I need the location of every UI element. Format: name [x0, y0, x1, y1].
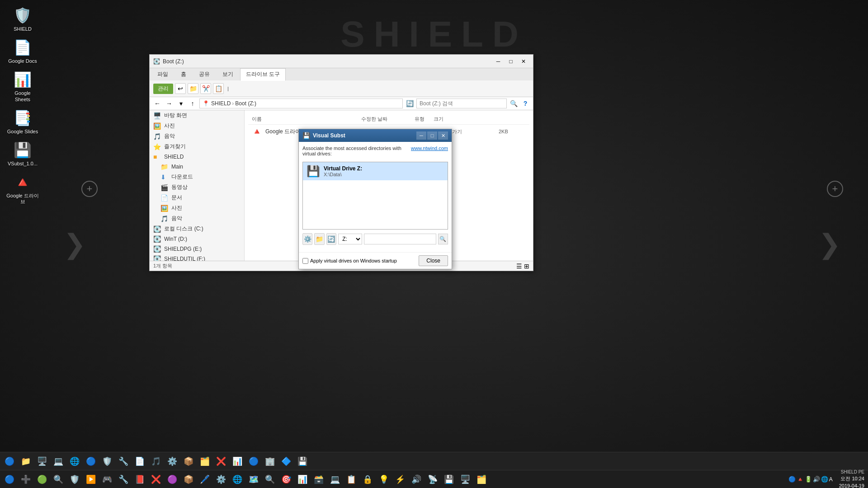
dialog-refresh-btn[interactable]: 🔄	[326, 233, 336, 245]
col-size[interactable]: 크기	[434, 116, 443, 122]
tb2-icon-13[interactable]: 🗂️	[197, 454, 212, 469]
tb2-icon-2[interactable]: 📁	[18, 454, 33, 469]
google-docs-icon: 📄	[14, 38, 32, 56]
tb2-icon-16[interactable]: 🔵	[246, 454, 261, 469]
tab-share[interactable]: 공유	[193, 68, 216, 80]
desktop-icon-google-slides[interactable]: 📑 Google Slides	[5, 107, 41, 136]
tb2-icon-8[interactable]: 🔧	[116, 454, 131, 469]
drive-path-input[interactable]	[364, 234, 436, 244]
col-type[interactable]: 유형	[415, 116, 425, 122]
dialog-maximize-btn[interactable]: □	[427, 131, 437, 140]
drive-f-icon: 💽	[153, 255, 161, 261]
startup-checkbox[interactable]	[302, 258, 308, 264]
sidebar-item-local-c[interactable]: 💽 로컬 디스크 (C:)	[150, 224, 244, 234]
up-btn[interactable]: ↑	[188, 99, 198, 108]
sidebar-item-main[interactable]: 📁 Main	[150, 162, 244, 172]
desktop-icon-google-sheets[interactable]: 📊 Google Sheets	[5, 69, 41, 104]
tb2-icon-14[interactable]: ❌	[213, 454, 229, 469]
sidebar-item-shieldpg-e[interactable]: 💽 SHIELDPG (E:)	[150, 244, 244, 254]
desktop-icon-shield[interactable]: 🛡️ SHIELD	[5, 5, 41, 34]
sidebar-item-music2[interactable]: 🎵 음악	[150, 213, 244, 224]
dialog-title-icon: 💾	[302, 132, 310, 139]
tab-drive-tools[interactable]: 드라이브 도구	[240, 68, 286, 81]
content-header: 이름 수정한 날짜 유형 크기	[248, 114, 529, 125]
ribbon-btn-1[interactable]: ↩	[175, 83, 186, 94]
tab-file[interactable]: 파일	[151, 68, 174, 80]
sidebar-item-documents[interactable]: 📄 문서	[150, 192, 244, 203]
col-date[interactable]: 수정한 날짜	[361, 116, 387, 122]
sidebar-item-shieldutil-f[interactable]: 💽 SHIELDUTIL (F:)	[150, 254, 244, 261]
sidebar-item-photos[interactable]: 🖼️ 사진	[150, 121, 244, 131]
col-name[interactable]: 이름	[252, 116, 262, 122]
back-btn[interactable]: ←	[152, 99, 162, 108]
dialog-settings-btn[interactable]: ⚙️	[302, 233, 312, 245]
ribbon-btn-2[interactable]: 📁	[188, 83, 198, 94]
tb2-icon-18[interactable]: 🔷	[278, 454, 294, 469]
dialog-browse-btn[interactable]: 🔍	[438, 234, 448, 244]
sidebar-item-photos2[interactable]: 🖼️ 사진	[150, 203, 244, 213]
dialog-minimize-btn[interactable]: ─	[416, 131, 426, 140]
tb2-icon-15[interactable]: 📊	[230, 454, 245, 469]
sidebar-item-shield[interactable]: ■ SHIELD	[150, 152, 244, 162]
tb2-icon-11[interactable]: ⚙️	[165, 454, 180, 469]
desktop-plus-right[interactable]: +	[827, 181, 843, 197]
explorer-close-btn[interactable]: ✕	[518, 57, 529, 66]
tb2-icon-3[interactable]: 🖥️	[34, 454, 50, 469]
tb2-icon-7[interactable]: 🛡️	[99, 454, 115, 469]
ntwind-link[interactable]: www.ntwind.com	[411, 145, 448, 151]
tb2-icon-4[interactable]: 💻	[51, 454, 66, 469]
tb2-icon-19[interactable]: 💾	[295, 454, 310, 469]
tb2-icon-9[interactable]: 📄	[132, 454, 147, 469]
dialog-close-btn[interactable]: ✕	[438, 131, 448, 140]
tb2-icon-17[interactable]: 🏢	[262, 454, 278, 469]
drive-letter-select[interactable]: Z: Y: X: W:	[338, 234, 362, 244]
forward-btn[interactable]: →	[164, 99, 174, 108]
desktop-icon-vsubst[interactable]: 💾 VSubst_1.0...	[5, 139, 41, 169]
sidebar-item-favorites[interactable]: ⭐ 즐겨찾기	[150, 141, 244, 152]
google-sheets-icon: 📊	[14, 70, 32, 89]
tab-home[interactable]: 홈	[175, 68, 192, 80]
desktop: SHIELD 🛡️ SHIELD 📄 Google Docs 📊 Google …	[0, 0, 868, 488]
sidebar-downloads-label: 다운로드	[171, 173, 193, 181]
sidebar-item-music[interactable]: 🎵 음악	[150, 131, 244, 141]
tb2-icon-10[interactable]: 🎵	[148, 454, 164, 469]
documents-icon: 📄	[160, 194, 169, 202]
sidebar-shieldpg-e-label: SHIELDPG (E:)	[164, 246, 202, 252]
drive-item-z[interactable]: 💾 Virtual Drive Z: X:\Data\	[303, 162, 448, 180]
tb2-ie[interactable]: 🔵	[83, 454, 99, 469]
close-button[interactable]: Close	[419, 255, 448, 266]
desktop-icon-google-drive[interactable]: 🔺 Google 드라이브	[5, 171, 41, 206]
sidebar-item-downloads[interactable]: ⬇ 다운로드	[150, 172, 244, 182]
recent-btn[interactable]: ▾	[176, 99, 186, 108]
ribbon-btn-4[interactable]: 📋	[213, 83, 224, 94]
shield-desktop-label: SHIELD	[14, 26, 32, 32]
ribbon-btn-3[interactable]: ✂️	[200, 83, 211, 94]
visual-subst-dialog: 💾 Visual Subst ─ □ ✕ Associate the most …	[298, 129, 452, 269]
sidebar-item-desktop[interactable]: 🖥️ 바탕 화면	[150, 110, 244, 121]
tb2-icon-12[interactable]: 📦	[181, 454, 196, 469]
sidebar-shield-label: SHIELD	[164, 154, 184, 160]
desktop-plus-left[interactable]: +	[81, 181, 98, 197]
tb2-icon-1[interactable]: 🔵	[2, 454, 17, 469]
sidebar-photos2-label: 사진	[171, 204, 182, 212]
desktop-icon-google-docs[interactable]: 📄 Google Docs	[5, 37, 41, 66]
search-btn[interactable]: 🔍	[509, 99, 519, 108]
dialog-add-btn[interactable]: 📁	[314, 233, 324, 245]
sidebar-main-label: Main	[171, 164, 183, 170]
sidebar-item-videos[interactable]: 🎬 동영상	[150, 182, 244, 192]
shield-watermark: SHIELD	[340, 14, 527, 55]
manage-btn[interactable]: 관리	[153, 84, 173, 94]
search-input[interactable]	[416, 99, 507, 108]
sidebar-photos-label: 사진	[164, 122, 175, 130]
explorer-minimize-btn[interactable]: ─	[492, 57, 504, 66]
tiles-view-btn[interactable]: ⊞	[524, 263, 529, 270]
help-btn[interactable]: ?	[520, 99, 530, 108]
refresh-btn[interactable]: 🔄	[405, 99, 415, 108]
details-view-btn[interactable]: ☰	[516, 263, 522, 270]
tab-view[interactable]: 보기	[217, 68, 239, 80]
tb2-chrome[interactable]: 🌐	[67, 454, 82, 469]
address-path[interactable]: 📍 SHIELD › Boot (Z:)	[199, 99, 403, 108]
explorer-maximize-btn[interactable]: □	[505, 57, 517, 66]
sidebar-item-wint-d[interactable]: 💽 WinT (D:)	[150, 234, 244, 244]
main-folder-icon: 📁	[160, 163, 169, 170]
